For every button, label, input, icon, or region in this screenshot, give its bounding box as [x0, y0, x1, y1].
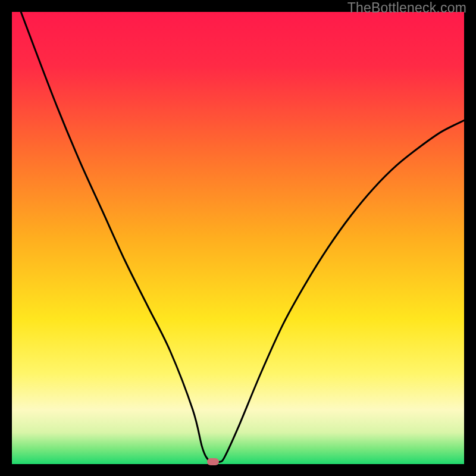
bottleneck-chart [12, 12, 464, 464]
chart-background [12, 12, 464, 464]
watermark-label: TheBottleneck.com [347, 0, 466, 16]
optimal-point-marker [207, 458, 219, 465]
chart-frame [12, 12, 464, 464]
